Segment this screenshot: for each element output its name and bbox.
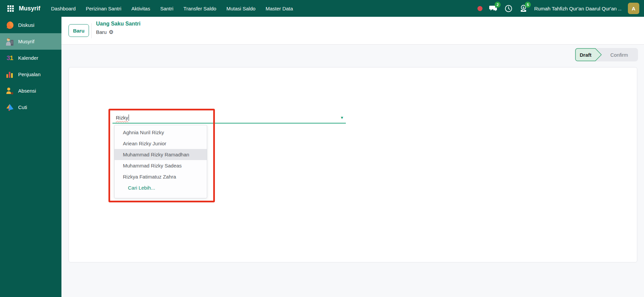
top-navbar: Musyrif Dashboard Perizinan Santri Aktiv…	[0, 0, 644, 17]
app-brand[interactable]: Musyrif	[19, 5, 40, 12]
apps-grid-glyph	[7, 5, 14, 12]
santri-autocomplete-dropdown: Aghnia Nuril Rizky Ariean Rizky Junior M…	[114, 125, 207, 198]
sidebar-item-label: Kalender	[18, 55, 38, 61]
dropdown-option[interactable]: Ariean Rizky Junior	[114, 138, 207, 149]
sidebar: Diskusi Musyrif 31 Kalender	[0, 17, 61, 297]
svg-text:$: $	[522, 6, 524, 9]
nav-santri[interactable]: Santri	[160, 6, 173, 11]
breadcrumb-bar: Baru Uang Saku Santri Baru ⚙	[61, 17, 644, 45]
status-state-confirm[interactable]: Confirm	[602, 52, 638, 58]
sidebar-item-absensi[interactable]: Absensi	[0, 83, 61, 99]
nav-perizinan-santri[interactable]: Perizinan Santri	[86, 6, 121, 11]
nav-aktivitas[interactable]: Aktivitas	[131, 6, 150, 11]
activities-money-icon[interactable]: $ 5	[519, 4, 528, 13]
sales-bars-icon	[5, 70, 14, 79]
sidebar-item-kalender[interactable]: 31 Kalender	[0, 50, 61, 66]
new-record-button[interactable]: Baru	[68, 24, 89, 37]
sidebar-item-label: Diskusi	[18, 22, 34, 28]
santri-input[interactable]: Rizky ▾	[112, 113, 346, 123]
sidebar-item-label: Cuti	[18, 104, 27, 110]
breadcrumb-subtitle-row: Baru ⚙	[96, 29, 113, 35]
apps-grid-icon[interactable]	[5, 3, 16, 14]
dropdown-option[interactable]: Rizkya Fatimatuz Zahra	[114, 171, 207, 182]
user-avatar[interactable]: A	[628, 3, 639, 14]
sidebar-item-cuti[interactable]: Cuti	[0, 99, 61, 115]
breadcrumb-record-name: Baru	[96, 29, 107, 35]
dropdown-search-more[interactable]: Cari Lebih...	[114, 182, 207, 194]
dropdown-option[interactable]: Muhammad Rizky Sadeas	[114, 160, 207, 171]
breadcrumb-title[interactable]: Uang Saku Santri	[96, 21, 140, 27]
status-state-draft[interactable]: Draft	[575, 48, 602, 61]
sidebar-item-musyrif[interactable]: Musyrif	[0, 33, 61, 50]
recording-dot-icon	[477, 6, 482, 11]
nav-dashboard[interactable]: Dashboard	[51, 6, 76, 11]
top-menu: Dashboard Perizinan Santri Aktivitas San…	[51, 6, 293, 11]
text-cursor	[129, 114, 129, 121]
app-root: Musyrif Dashboard Perizinan Santri Aktiv…	[0, 0, 644, 297]
activities-badge: 5	[525, 2, 531, 8]
nav-master-data[interactable]: Master Data	[266, 6, 293, 11]
santri-input-value: Rizky	[116, 115, 128, 120]
leave-kite-icon	[5, 103, 14, 112]
sidebar-item-label: Absensi	[18, 88, 36, 94]
nav-mutasi-saldo[interactable]: Mutasi Saldo	[226, 6, 256, 11]
caret-down-icon[interactable]: ▾	[341, 115, 343, 120]
clock-glyph	[505, 5, 512, 12]
form-statusbar: Draft Confirm	[575, 48, 638, 61]
topbar-right: 2 $ 5 Rumah Tahfizh Qur'an Daarul Qur'an…	[477, 3, 639, 14]
company-menu[interactable]: Rumah Tahfizh Qur'an Daarul Qur'an ...	[534, 6, 622, 11]
dropdown-option-highlighted[interactable]: Muhammad Rizky Ramadhan	[114, 149, 207, 160]
attendance-person-icon	[5, 86, 14, 96]
clock-icon[interactable]	[504, 4, 513, 13]
status-draft-label: Draft	[575, 48, 596, 61]
sidebar-item-label: Musyrif	[18, 39, 34, 44]
calendar-31-icon: 31	[5, 53, 14, 63]
discuss-bubble-icon	[5, 20, 14, 30]
sidebar-item-diskusi[interactable]: Diskusi	[0, 17, 61, 33]
nav-transfer-saldo[interactable]: Transfer Saldo	[183, 6, 216, 11]
messages-icon[interactable]: 2	[489, 4, 498, 13]
sidebar-item-penjualan[interactable]: Penjualan	[0, 66, 61, 83]
dropdown-option[interactable]: Aghnia Nuril Rizky	[114, 127, 207, 138]
breadcrumb-divider	[91, 23, 92, 38]
messages-badge: 2	[495, 2, 501, 8]
sidebar-item-label: Penjualan	[18, 71, 41, 77]
musyrif-person-icon	[5, 37, 14, 46]
settings-gear-icon[interactable]: ⚙	[109, 29, 113, 35]
